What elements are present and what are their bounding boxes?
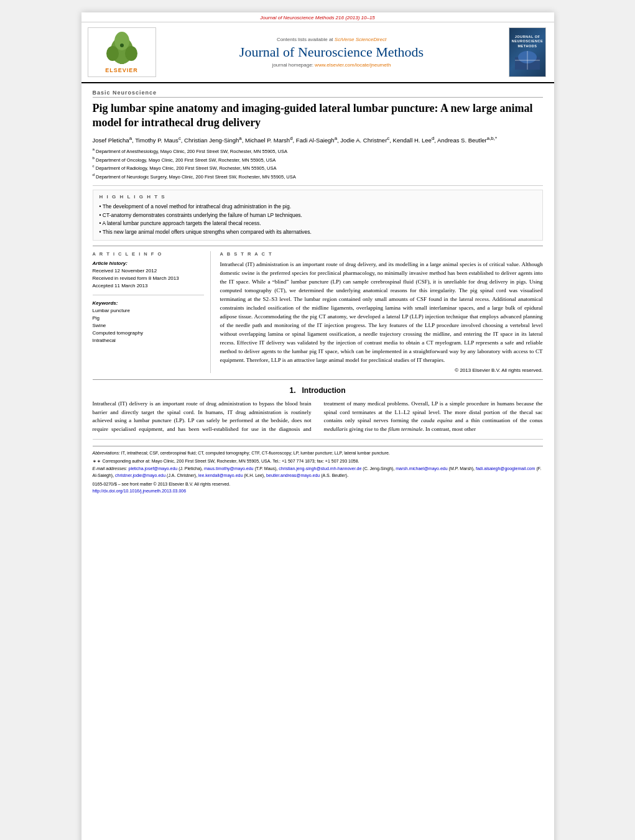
- affiliation-b: b Department of Oncology, Mayo Clinic, 2…: [93, 155, 543, 164]
- sciversedirect-link[interactable]: SciVerse ScienceDirect: [335, 37, 386, 42]
- author-sup-c2: c: [387, 136, 389, 141]
- email-link-maus[interactable]: maus.timothy@mayo.edu: [204, 466, 253, 471]
- author-sup-c1: c: [178, 136, 181, 141]
- keywords-title: Keywords:: [93, 300, 204, 306]
- author-sup-a3: a: [335, 136, 337, 141]
- abstract-header: A B S T R A C T: [220, 251, 543, 257]
- svg-point-5: [120, 44, 124, 47]
- email-text: E-mail addresses: pleticha.josef@mayo.ed…: [93, 466, 542, 478]
- received-date: Received 12 November 2012: [93, 267, 204, 275]
- introduction-title: 1. Introduction: [93, 386, 543, 395]
- abstract-copyright: © 2013 Elsevier B.V. All rights reserved…: [220, 367, 543, 373]
- corresponding-text: ∗ Corresponding author at: Mayo Clinic, …: [97, 459, 359, 463]
- affil-b-text: Department of Oncology, Mayo Clinic, 200…: [96, 157, 276, 162]
- corresponding-note: ∗ ∗ Corresponding author at: Mayo Clinic…: [93, 458, 543, 465]
- elsevier-name: ELSEVIER: [105, 67, 138, 73]
- accepted-date: Accepted 11 March 2013: [93, 282, 204, 290]
- section-label: Basic Neuroscience: [93, 90, 543, 98]
- highlights-list: The development of a novel method for in…: [100, 203, 536, 236]
- email-note: E-mail addresses: pleticha.josef@mayo.ed…: [93, 466, 543, 479]
- email-link-jeng[interactable]: christian.jeng-singh@stud.mh-hannover.de: [279, 466, 361, 471]
- highlight-item-2: CT-anatomy demonstrates constraints unde…: [100, 211, 536, 220]
- intro-paragraph-1: Intrathecal (IT) delivery is an importan…: [93, 400, 543, 433]
- email-link-beutler[interactable]: beutler.andreas@mayo.edu: [266, 473, 320, 478]
- journal-cover-image: JOURNAL OF NEUROSCIENCE METHODS: [509, 27, 546, 77]
- introduction-section: 1. Introduction Intrathecal (IT) deliver…: [93, 379, 543, 435]
- keyword-2: Pig: [93, 315, 204, 322]
- journal-homepage-line: journal homepage: www.elsevier.com/locat…: [272, 62, 391, 68]
- abbrev-label: Abbreviations:: [93, 451, 120, 455]
- revised-date: Received in revised form 8 March 2013: [93, 275, 204, 282]
- keyword-3: Swine: [93, 322, 204, 330]
- sciversedirect-prefix: Contents lists available at: [277, 37, 335, 42]
- email-link-marsh[interactable]: marsh.michael@mayo.edu: [396, 466, 447, 471]
- author-sup-d2: d: [432, 136, 434, 141]
- elsevier-logo: ELSEVIER: [100, 32, 144, 73]
- sciversedirect-line: Contents lists available at SciVerse Sci…: [277, 37, 386, 42]
- keyword-4: Computed tomography: [93, 330, 204, 337]
- article-info-header: A R T I C L E I N F O: [93, 251, 204, 257]
- journal-title: Journal of Neuroscience Methods: [239, 44, 424, 60]
- journal-cover-container: JOURNAL OF NEUROSCIENCE METHODS: [508, 27, 548, 77]
- email-link-pleticha[interactable]: pleticha.josef@mayo.edu: [128, 466, 177, 471]
- divider: [93, 295, 204, 295]
- abstract-text: Intrathecal (IT) administration is an im…: [220, 261, 543, 364]
- affiliation-d: d Department of Neurologic Surgery, Mayo…: [93, 172, 543, 180]
- authors-text: Josef Pletichaa, Timothy P. Mausc, Chris…: [93, 137, 498, 144]
- article-title: Pig lumbar spine anatomy and imaging-gui…: [93, 101, 543, 131]
- elsevier-logo-container: ELSEVIER: [88, 27, 156, 77]
- email-link-lee[interactable]: lee.kendall@mayo.edu: [198, 473, 243, 478]
- author-sup-ab: a,b,*: [487, 136, 497, 141]
- svg-point-3: [125, 46, 137, 61]
- introduction-text: Intrathecal (IT) delivery is an importan…: [93, 400, 543, 435]
- abbreviations-note: Abbreviations: IT, intrathecal; CSF, cer…: [93, 450, 543, 457]
- journal-citation-bar: Journal of Neuroscience Methods 216 (201…: [81, 12, 554, 22]
- email-link-alsaiegh[interactable]: fadi.alsaiegh@googlemail.com: [476, 466, 535, 471]
- affil-d-text: Department of Neurologic Surgery, Mayo C…: [96, 174, 296, 180]
- svg-point-4: [114, 32, 129, 50]
- journal-header-center: Contents lists available at SciVerse Sci…: [162, 27, 501, 77]
- keyword-5: Intrathecal: [93, 337, 204, 344]
- journal-citation-text: Journal of Neuroscience Methods 216 (201…: [260, 15, 375, 21]
- footer-divider: [93, 446, 543, 446]
- affil-a-text: Department of Anesthesiology, Mayo Clini…: [96, 148, 287, 154]
- abbrev-text: IT, intrathecal; CSF, cerebrospinal flui…: [121, 451, 390, 455]
- highlight-item-1: The development of a novel method for in…: [100, 203, 536, 211]
- main-content: Basic Neuroscience Pig lumbar spine anat…: [81, 83, 554, 501]
- affiliation-a: a Department of Anesthesiology, Mayo Cli…: [93, 146, 543, 155]
- journal-header: ELSEVIER Contents lists available at Sci…: [81, 22, 554, 83]
- cover-graphic-icon: [515, 51, 540, 70]
- keyword-1: Lumbar puncture: [93, 307, 204, 315]
- article-info-column: A R T I C L E I N F O Article history: R…: [93, 251, 211, 372]
- open-access-note: 0165-0270/$ – see front matter © 2013 El…: [93, 481, 543, 488]
- highlight-item-4: This new large animal model offers uniqu…: [100, 228, 536, 237]
- authors-line: Josef Pletichaa, Timothy P. Mausc, Chris…: [93, 136, 543, 144]
- page: Journal of Neuroscience Methods 216 (201…: [81, 12, 554, 840]
- abstract-column: A B S T R A C T Intrathecal (IT) adminis…: [220, 251, 543, 372]
- svg-point-2: [106, 46, 119, 61]
- open-access-text: 0165-0270/$ – see front matter © 2013 El…: [93, 482, 231, 486]
- elsevier-tree-icon: [100, 32, 144, 66]
- article-info-abstract-section: A R T I C L E I N F O Article history: R…: [93, 246, 543, 372]
- article-history-title: Article history:: [93, 261, 204, 266]
- journal-homepage-link[interactable]: www.elsevier.com/locate/jneumeth: [315, 62, 391, 68]
- affiliations-block: a Department of Anesthesiology, Mayo Cli…: [93, 146, 543, 186]
- doi-note: http://dx.doi.org/10.1016/j.jneumeth.201…: [93, 488, 543, 495]
- affiliation-c: c Department of Radiology, Mayo Clinic, …: [93, 163, 543, 172]
- cover-title-text: JOURNAL OF NEUROSCIENCE METHODS: [511, 35, 544, 48]
- author-sup-a2: a: [239, 136, 241, 141]
- author-sup-d: d: [290, 136, 292, 141]
- email-link-christner[interactable]: christner.jodie@mayo.edu: [115, 473, 165, 478]
- highlights-section: H I G H L I G H T S The development of a…: [93, 190, 543, 241]
- footer-notes: Abbreviations: IT, intrathecal; CSF, cer…: [93, 439, 543, 494]
- highlights-title: H I G H L I G H T S: [100, 194, 536, 200]
- doi-link[interactable]: http://dx.doi.org/10.1016/j.jneumeth.201…: [93, 489, 187, 493]
- affil-c-text: Department of Radiology, Mayo Clinic, 20…: [96, 165, 277, 171]
- highlight-item-3: A lateral lumbar puncture approach targe…: [100, 219, 536, 228]
- author-sup-a: a: [129, 136, 132, 141]
